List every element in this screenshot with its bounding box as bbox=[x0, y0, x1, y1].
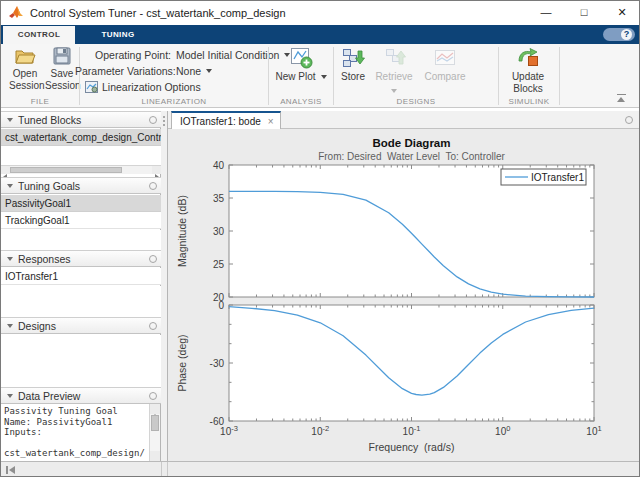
chevron-down-icon[interactable] bbox=[206, 69, 212, 73]
x-tick-label: 100 bbox=[495, 424, 510, 437]
maximize-button[interactable]: □ bbox=[565, 1, 603, 25]
status-strip bbox=[1, 461, 640, 477]
retrieve-button: Retrieve bbox=[371, 47, 417, 96]
panel-header-responses[interactable]: Responses bbox=[1, 250, 161, 267]
new-plot-icon bbox=[289, 47, 313, 69]
document-tab-iotransfer1-bode[interactable]: IOTransfer1: bode × bbox=[171, 111, 281, 129]
preview-line: cst_watertank_comp_design/ bbox=[4, 448, 149, 459]
panel-header-data-preview[interactable]: Data Preview bbox=[1, 387, 161, 404]
splitter-grip-icon bbox=[163, 116, 165, 118]
close-tab-icon[interactable]: × bbox=[268, 114, 274, 129]
panel-title: Data Preview bbox=[18, 390, 149, 402]
minimize-ribbon-button[interactable] bbox=[616, 94, 627, 102]
scroll-thumb[interactable] bbox=[10, 167, 122, 173]
save-disk-icon bbox=[52, 47, 72, 66]
y-tick-label: -30 bbox=[210, 358, 225, 369]
y-axis-label: Magnitude (dB) bbox=[176, 195, 188, 267]
save-session-button[interactable]: Save Session bbox=[45, 47, 79, 91]
compare-icon bbox=[433, 47, 457, 69]
y-tick-label: 25 bbox=[213, 259, 225, 270]
tab-control-system[interactable]: CONTROL SYSTEM bbox=[3, 26, 75, 44]
y-tick-label: 35 bbox=[213, 193, 225, 204]
matlab-logo-icon bbox=[8, 5, 24, 20]
x-axis-label: Frequency (rad/s) bbox=[369, 441, 455, 453]
tuning-goal-item[interactable]: TrackingGoal1 bbox=[1, 212, 161, 229]
help-button[interactable]: ? bbox=[603, 28, 635, 41]
tuned-blocks-empty bbox=[1, 146, 161, 165]
document-tab-bar: IOTransfer1: bode × bbox=[168, 111, 640, 129]
parameter-variations-row[interactable]: Parameter Variations: None bbox=[75, 64, 212, 78]
title-bar: Control System Tuner - cst_watertank_com… bbox=[1, 1, 640, 25]
data-preview-vscrollbar[interactable] bbox=[149, 404, 160, 461]
panel-menu-icon[interactable] bbox=[149, 182, 157, 190]
compare-label: Compare bbox=[424, 71, 465, 82]
open-folder-icon bbox=[14, 47, 36, 66]
update-blocks-icon bbox=[516, 47, 540, 69]
phase-axes bbox=[229, 305, 594, 421]
plot-title: Bode Diagram bbox=[373, 137, 451, 149]
help-icon: ? bbox=[621, 29, 632, 40]
collapse-triangle-icon[interactable] bbox=[7, 257, 13, 261]
new-plot-button[interactable]: New Plot bbox=[273, 47, 329, 83]
update-blocks-button[interactable]: Update Blocks bbox=[502, 47, 554, 94]
tuning-goal-item[interactable]: PassivityGoal1 bbox=[1, 195, 161, 212]
operating-point-row[interactable]: Operating Point: Model Initial Condition bbox=[75, 48, 290, 62]
tab-tuning[interactable]: TUNING bbox=[97, 26, 139, 44]
collapse-triangle-icon[interactable] bbox=[7, 324, 13, 328]
panel-menu-icon[interactable] bbox=[149, 392, 157, 400]
sidebar: Tuned Blocks cst_watertank_comp_design_C… bbox=[1, 111, 161, 461]
collapse-triangle-icon[interactable] bbox=[7, 184, 13, 188]
tabbar-menu-icon[interactable] bbox=[625, 116, 633, 124]
panel-title: Designs bbox=[18, 320, 149, 332]
collapse-triangle-icon[interactable] bbox=[7, 394, 13, 398]
operating-point-value[interactable]: Model Initial Condition bbox=[176, 49, 279, 61]
tuning-goals-empty bbox=[1, 230, 161, 250]
panel-menu-icon[interactable] bbox=[149, 116, 157, 124]
ribbon-tab-strip: CONTROL SYSTEM TUNING ? bbox=[1, 25, 640, 44]
scroll-right-icon[interactable] bbox=[152, 166, 161, 174]
x-tick-label: 10-1 bbox=[403, 424, 421, 437]
sidebar-splitter[interactable] bbox=[161, 111, 168, 461]
retrieve-label: Retrieve bbox=[375, 71, 412, 82]
panel-header-designs[interactable]: Designs bbox=[1, 317, 161, 334]
preview-line: Passivity Tuning Goal bbox=[4, 406, 149, 417]
plot-legend[interactable]: IOTransfer1 bbox=[501, 169, 586, 185]
store-icon bbox=[341, 47, 365, 69]
simulink-section-label: SIMULINK bbox=[499, 97, 559, 106]
minimize-button[interactable]: — bbox=[527, 1, 565, 25]
close-button[interactable]: ✕ bbox=[603, 1, 640, 25]
retrieve-icon bbox=[382, 47, 406, 69]
responses-empty bbox=[1, 286, 161, 317]
store-button[interactable]: Store bbox=[337, 47, 369, 83]
analysis-section-label: ANALYSIS bbox=[269, 97, 333, 106]
window-controls: — □ ✕ bbox=[527, 1, 640, 25]
strip-divider bbox=[161, 462, 168, 477]
scroll-left-icon[interactable] bbox=[1, 166, 10, 174]
scroll-up-icon[interactable] bbox=[150, 404, 160, 414]
preview-line: Inputs: bbox=[4, 427, 149, 438]
tuned-block-item[interactable]: cst_watertank_comp_design_Controller bbox=[1, 129, 161, 146]
panel-header-tuned-blocks[interactable]: Tuned Blocks bbox=[1, 111, 161, 128]
linearization-options-icon bbox=[85, 81, 98, 93]
x-tick-label: 10-2 bbox=[311, 424, 329, 437]
y-tick-label: 40 bbox=[213, 160, 225, 171]
window-title: Control System Tuner - cst_watertank_com… bbox=[30, 1, 286, 25]
operating-point-label: Operating Point: bbox=[75, 49, 171, 61]
ribbon: Open Session Save Session FILE Operating… bbox=[1, 44, 640, 108]
linearization-options-button[interactable]: Linearization Options bbox=[85, 80, 201, 94]
compare-button: Compare bbox=[419, 47, 471, 83]
triangle-up-icon bbox=[617, 97, 625, 102]
x-tick-label: 101 bbox=[586, 424, 601, 437]
scroll-thumb[interactable] bbox=[151, 415, 159, 431]
go-to-first-icon[interactable] bbox=[6, 466, 16, 474]
collapse-triangle-icon[interactable] bbox=[7, 118, 13, 122]
panel-menu-icon[interactable] bbox=[149, 322, 157, 330]
new-plot-label: New Plot bbox=[275, 71, 315, 82]
open-session-button[interactable]: Open Session bbox=[9, 47, 41, 91]
response-item[interactable]: IOTransfer1 bbox=[1, 268, 161, 285]
panel-menu-icon[interactable] bbox=[149, 255, 157, 263]
tuned-blocks-hscrollbar[interactable] bbox=[1, 165, 161, 174]
scroll-down-icon[interactable] bbox=[150, 451, 160, 461]
parameter-variations-value[interactable]: None bbox=[176, 65, 201, 77]
panel-header-tuning-goals[interactable]: Tuning Goals bbox=[1, 177, 161, 194]
